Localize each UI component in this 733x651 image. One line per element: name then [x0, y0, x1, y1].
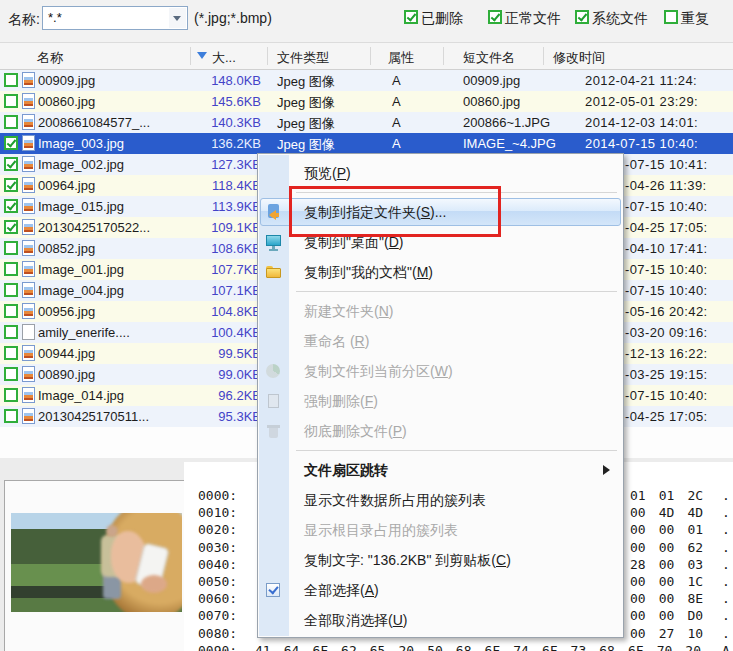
row-checkbox[interactable]: [4, 409, 18, 423]
menu-item-6[interactable]: 新建文件夹(N): [258, 296, 623, 326]
filter-checkbox-4[interactable]: [664, 10, 678, 24]
file-name: Image_001.jpg: [38, 262, 124, 277]
menu-item-0[interactable]: 预览(P): [258, 158, 623, 188]
column-header-2[interactable]: 大...: [212, 49, 236, 67]
file-name: Image_004.jpg: [38, 283, 124, 298]
menu-item-2[interactable]: 复制到指定文件夹(S)...: [258, 197, 623, 227]
hex-offset: 0060:: [198, 591, 237, 606]
hex-bytes: 00008E: [630, 591, 716, 606]
filter-checkbox-label: 已删除: [421, 10, 463, 28]
menu-item-label: 强制删除(F): [304, 393, 378, 409]
hex-ascii: .: [722, 540, 730, 555]
column-header-4[interactable]: 属性: [388, 49, 414, 67]
hex-ascii: A: [722, 643, 730, 651]
filter-checkbox-3[interactable]: [575, 10, 589, 24]
jpeg-file-icon: [22, 240, 35, 256]
menu-item-label: 复制到指定文件夹(S)...: [304, 204, 446, 220]
row-checkbox[interactable]: [4, 262, 18, 276]
column-header-3[interactable]: 文件类型: [277, 49, 329, 67]
file-size: 99.5KB: [186, 346, 261, 361]
menu-item-label: 文件扇区跳转: [304, 462, 388, 478]
hex-ascii: .: [722, 488, 730, 503]
checkmark-icon: [7, 137, 17, 147]
filename-pattern-value: *.*: [48, 10, 62, 25]
checkmark-icon: [7, 179, 17, 189]
header-separator: [190, 47, 191, 65]
menu-item-3[interactable]: 复制到"桌面"(D): [258, 227, 623, 257]
menu-item-14[interactable]: 显示根目录占用的簇列表: [258, 515, 623, 545]
hex-ascii: .: [722, 608, 730, 623]
file-name: 20130425170511...: [38, 409, 149, 424]
menu-item-15[interactable]: 复制文字: "136.2KB" 到剪贴板(C): [258, 545, 623, 575]
hex-offset: 0070:: [198, 608, 237, 623]
hex-bytes: 000001: [630, 522, 716, 537]
row-checkbox[interactable]: [4, 220, 18, 234]
menu-item-label: 重命名 (R): [304, 333, 369, 349]
file-type: Jpeg 图像: [277, 115, 335, 133]
file-row[interactable]: 2008661084577_...140.3KBJpeg 图像A200866~1…: [0, 112, 733, 133]
hex-ascii: .: [722, 505, 730, 520]
row-checkbox[interactable]: [4, 115, 18, 129]
hex-offset: 0010:: [198, 505, 237, 520]
row-checkbox[interactable]: [4, 388, 18, 402]
header-separator: [267, 47, 268, 65]
file-size: 107.7KB: [186, 262, 261, 277]
menu-item-10[interactable]: 彻底删除文件(P): [258, 416, 623, 446]
filter-checkbox-label: 系统文件: [592, 10, 648, 28]
hex-offset: 0050:: [198, 574, 237, 589]
name-filter-label: 名称:: [8, 11, 40, 29]
file-date: -03-20 09:16:: [625, 325, 708, 340]
menu-item-16[interactable]: 全部选择(A): [258, 575, 623, 605]
row-checkbox[interactable]: [4, 304, 18, 318]
hex-bytes: 004D4D: [630, 505, 716, 520]
column-header-5[interactable]: 短文件名: [463, 49, 515, 67]
menu-item-9[interactable]: 强制删除(F): [258, 386, 623, 416]
pattern-hint: (*.jpg;*.bmp): [194, 10, 272, 26]
row-checkbox[interactable]: [4, 199, 18, 213]
file-type: Jpeg 图像: [277, 94, 335, 112]
menu-item-4[interactable]: 复制到"我的文档"(M): [258, 257, 623, 287]
file-date: 2012-04-21 11:24:: [585, 73, 697, 88]
menu-item-17[interactable]: 全部取消选择(U): [258, 605, 623, 635]
row-checkbox[interactable]: [4, 178, 18, 192]
file-name: amily_enerife....: [38, 325, 130, 340]
column-header-6[interactable]: 修改时间: [553, 49, 605, 67]
menu-item-13[interactable]: 显示文件数据所占用的簇列表: [258, 485, 623, 515]
header-separator: [543, 47, 544, 65]
row-checkbox[interactable]: [4, 157, 18, 171]
filter-checkbox-1[interactable]: [404, 10, 418, 24]
filename-pattern-combobox[interactable]: *.*: [42, 6, 188, 30]
hex-ascii: .: [722, 626, 730, 641]
row-checkbox[interactable]: [4, 241, 18, 255]
trash-icon: [265, 423, 282, 440]
checkmark-icon: [7, 158, 17, 168]
menu-item-label: 新建文件夹(N): [304, 303, 393, 319]
row-checkbox[interactable]: [4, 73, 18, 87]
filter-checkbox-label: 重复: [681, 10, 709, 28]
row-checkbox[interactable]: [4, 283, 18, 297]
menu-item-8[interactable]: 复制文件到当前分区(W): [258, 356, 623, 386]
row-checkbox[interactable]: [4, 346, 18, 360]
file-size: 100.4KB: [186, 325, 261, 340]
file-size: 99.0KB: [186, 367, 261, 382]
row-checkbox[interactable]: [4, 94, 18, 108]
filter-bar: 名称: *.* (*.jpg;*.bmp) 已删除正常文件系统文件重复: [0, 0, 733, 42]
row-checkbox[interactable]: [4, 367, 18, 381]
menu-item-7[interactable]: 重命名 (R): [258, 326, 623, 356]
file-date: -07-15 10:40:: [625, 283, 708, 298]
row-checkbox[interactable]: [4, 325, 18, 339]
file-date: -05-16 20:42:: [625, 304, 708, 319]
checkmark-icon: [578, 11, 588, 21]
checkmark-icon: [491, 11, 501, 21]
file-name: Image_003.jpg: [38, 136, 124, 151]
combobox-dropdown-button[interactable]: [169, 8, 186, 28]
menu-item-12[interactable]: 文件扇区跳转: [258, 455, 623, 485]
file-row[interactable]: 00909.jpg148.0KBJpeg 图像A00909.jpg2012-04…: [0, 70, 733, 91]
row-checkbox[interactable]: [4, 136, 18, 150]
file-row[interactable]: Image_003.jpg136.2KBJpeg 图像AIMAGE_~4.JPG…: [0, 133, 733, 154]
filter-checkbox-2[interactable]: [488, 10, 502, 24]
file-size: 113.9KB: [186, 199, 261, 214]
preview-image: [11, 513, 182, 612]
column-header-1[interactable]: 名称: [37, 49, 63, 67]
file-row[interactable]: 00860.jpg145.6KBJpeg 图像A00860.jpg2012-05…: [0, 91, 733, 112]
